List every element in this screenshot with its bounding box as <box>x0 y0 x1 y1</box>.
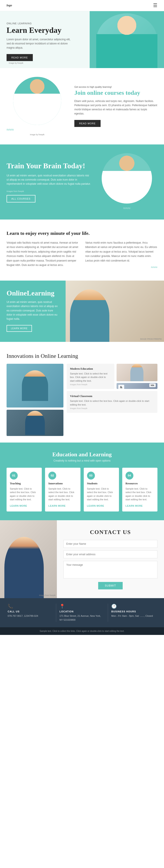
hero-img-caption: Image by freepik <box>9 62 160 64</box>
footer-location-title: LOCATION <box>60 610 104 613</box>
train-section: Train Your Brain Today! Ut enim ad minim… <box>0 145 164 219</box>
join-section: ≈≈≈ Image by freepik Get access to high … <box>0 68 164 145</box>
wave-decoration-teal: ≈≈≈ <box>85 265 158 270</box>
hamburger-icon[interactable]: ☰ <box>153 3 158 8</box>
location-icon: 📍 <box>60 603 104 609</box>
phone-icon: 📞 <box>8 603 53 609</box>
footer-hours-col: 🕐 BUSINESS HOURS Mon - Fri: 8am - 9pm, S… <box>108 603 160 622</box>
online-image-area: IMAGE FROM FREEPIK <box>66 281 164 342</box>
edu-card-innovations: 02 Innovations Sample text. Click to sel… <box>45 468 80 512</box>
innovations-card-virtual-title: Virtual Classroom <box>70 394 154 398</box>
edu-card-resources-cta[interactable]: LEARN MORE <box>126 504 143 507</box>
innovations-card-virtual-desc: Sample text. Click to select the text bo… <box>70 399 154 406</box>
innovations-card-virtual: Virtual Classroom Sample text. Click to … <box>67 391 158 413</box>
train-title: Train Your Brain Today! <box>6 161 92 170</box>
online-cta-button[interactable]: LEARN MORE <box>6 325 32 332</box>
edu-card-students-desc: Sample text. Click to select the text bo… <box>87 487 116 501</box>
edu-card-students-cta[interactable]: LEARN MORE <box>87 504 104 507</box>
submit-button[interactable]: SUBMIT <box>98 582 123 589</box>
innovations-bottom-image <box>6 410 63 436</box>
innovations-card-modern-desc: Sample text. Click to select the text bo… <box>70 372 111 383</box>
edu-card-teaching: 01 Teaching Sample text. Click to select… <box>6 468 42 512</box>
innovations-right-column: Modern Education Sample text. Click to s… <box>67 364 158 436</box>
contact-img-caption: Image from freepik <box>39 594 56 596</box>
innovations-left-column <box>6 364 63 436</box>
education-subtitle: Creativity is nothing but a mind with op… <box>6 459 158 462</box>
edu-card-innovations-title: Innovations <box>48 482 77 485</box>
message-field-wrap <box>63 561 158 579</box>
edu-card-resources-title: Resources <box>126 482 154 485</box>
innovations-photo-1 <box>117 364 158 381</box>
edu-card-teaching-desc: Sample text. Click to select the text bo… <box>10 487 38 501</box>
wave-decoration-white: ≈≈≈ <box>123 206 131 211</box>
innovations-photo-2: & MK <box>117 383 158 389</box>
train-img-caption: Images from freepik <box>6 190 92 192</box>
email-input[interactable] <box>63 551 158 558</box>
train-image-area: ≈≈≈ <box>96 153 158 211</box>
join-title: Join online courses today <box>74 89 158 96</box>
edu-card-teaching-cta[interactable]: LEARN MORE <box>10 504 27 507</box>
email-field-wrap <box>63 551 158 558</box>
join-circle-image <box>13 77 61 125</box>
innovations-card-modern-caption: Images from freepik <box>70 383 111 385</box>
hero-overline: ONLINE LEARNING <box>6 22 158 25</box>
contact-section: Image from freepik CONTACT US SUBMIT <box>0 520 164 598</box>
train-person-illustration <box>102 153 152 204</box>
wave-decoration: ≈≈≈ <box>6 127 68 132</box>
name-input[interactable] <box>63 540 158 548</box>
footer-hours-info: Mon - Fri: 8am - 9pm, Sat: ......, Close… <box>111 614 156 618</box>
join-image-area: ≈≈≈ Image by freepik <box>6 77 68 136</box>
education-section: Education and Learning Creativity is not… <box>0 442 164 520</box>
enjoy-right-text: Varius morbi enim nunc faucibus a pellen… <box>85 241 158 263</box>
train-text-area: Train Your Brain Today! Ut enim ad minim… <box>6 161 92 202</box>
edu-card-resources-desc: Sample text. Click to select the text bo… <box>126 487 154 501</box>
footer-call-info: 078-767-9017, 1234789-024 <box>8 614 53 618</box>
online-img-caption: IMAGE FROM FREEPIK <box>140 338 162 340</box>
online-person-illustration <box>70 289 109 342</box>
footer-call-col: 📞 CALL US 078-767-9017, 1234789-024 <box>4 603 56 622</box>
online-learning-section: OnlineLearning Ut enim ad minim veniam, … <box>0 281 164 342</box>
edu-card-students-title: Students <box>87 482 116 485</box>
footer-call-title: CALL US <box>8 610 53 613</box>
online-text-area: OnlineLearning Ut enim ad minim veniam, … <box>0 281 66 342</box>
innovations-card-modern: Modern Education Sample text. Click to s… <box>67 364 114 389</box>
innovations-section: Innovations in Online Learning Modern Ed… <box>0 342 164 442</box>
footer-location-col: 📍 LOCATION 171 Blue Street, 21 Avenue, N… <box>56 603 108 622</box>
edu-card-resources: 04 Resources Sample text. Click to selec… <box>122 468 158 512</box>
footer-bottom-text: Sample text. Click to collect the links.… <box>4 630 160 632</box>
contact-form-area: CONTACT US SUBMIT <box>57 520 164 598</box>
person-illustration-bottom <box>25 411 45 435</box>
innovations-title: Innovations in Online Learning <box>6 353 158 360</box>
hero-description: Lorem ipsum dolor sit amet, consectetur … <box>6 37 72 50</box>
enjoy-section: Learn to enjoy every minute of your life… <box>0 219 164 281</box>
edu-card-resources-num: 04 <box>126 472 133 479</box>
message-input[interactable] <box>63 561 158 579</box>
logo: logo <box>6 4 12 7</box>
and-badge: & <box>118 385 124 390</box>
online-description: Ut enim ad minim veniam, quis nostrud ex… <box>6 300 59 321</box>
join-text-area: Get access to high quality learning! Joi… <box>74 86 158 127</box>
person-illustration-main <box>22 370 48 401</box>
edu-card-students-num: 03 <box>87 472 95 479</box>
hero-section: ONLINE LEARNING Learn Everyday Lorem ips… <box>0 11 164 68</box>
edu-card-innovations-num: 02 <box>48 472 56 479</box>
contact-image: Image from freepik <box>0 520 57 598</box>
footer-location-info: 171 Blue Street, 21 Avenue, New York, NY… <box>60 614 104 622</box>
contact-person-illustration <box>4 537 44 598</box>
join-cta-button[interactable]: READ MORE <box>74 120 101 127</box>
join-description: Etiam velit purus, vehicula sed turpis n… <box>74 99 158 116</box>
online-title: OnlineLearning <box>6 289 59 297</box>
train-cta-button[interactable]: ALL COURSES <box>6 195 35 203</box>
enjoy-title: Learn to enjoy every minute of your life… <box>6 230 158 236</box>
edu-card-teaching-num: 01 <box>10 472 18 479</box>
mk-badge: MK <box>149 383 156 387</box>
footer-contact-bar: 📞 CALL US 078-767-9017, 1234789-024 📍 LO… <box>0 598 164 627</box>
person-small <box>130 364 143 381</box>
footer-bottom: Sample text. Click to collect the links.… <box>0 627 164 635</box>
education-cards: 01 Teaching Sample text. Click to select… <box>6 468 158 512</box>
hero-cta-button[interactable]: READ MORE <box>6 54 33 61</box>
clock-icon: 🕐 <box>111 603 156 609</box>
edu-card-innovations-cta[interactable]: LEARN MORE <box>48 504 66 507</box>
enjoy-left-text: Volutpat odio facilisis mauris sit amet … <box>6 241 79 267</box>
edu-card-students: 03 Students Sample text. Click to select… <box>84 468 119 512</box>
